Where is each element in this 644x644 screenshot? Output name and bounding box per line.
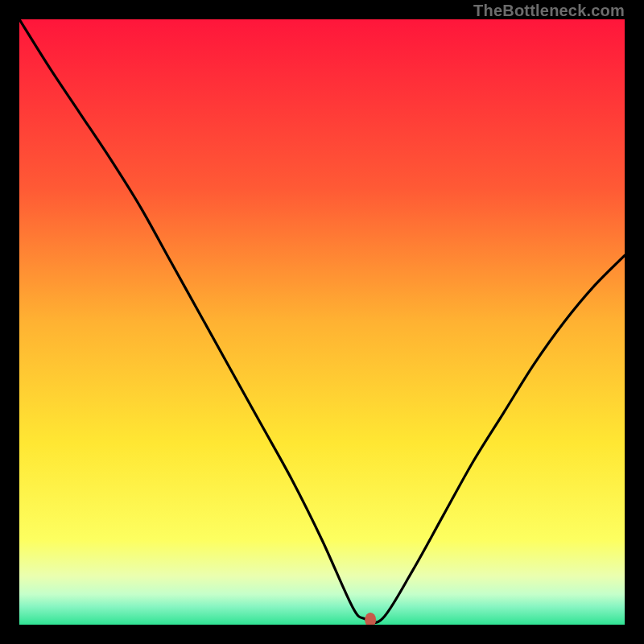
watermark-text: TheBottleneck.com xyxy=(473,2,625,20)
bottleneck-chart xyxy=(19,19,625,625)
chart-background xyxy=(19,19,625,625)
chart-frame xyxy=(19,19,625,625)
